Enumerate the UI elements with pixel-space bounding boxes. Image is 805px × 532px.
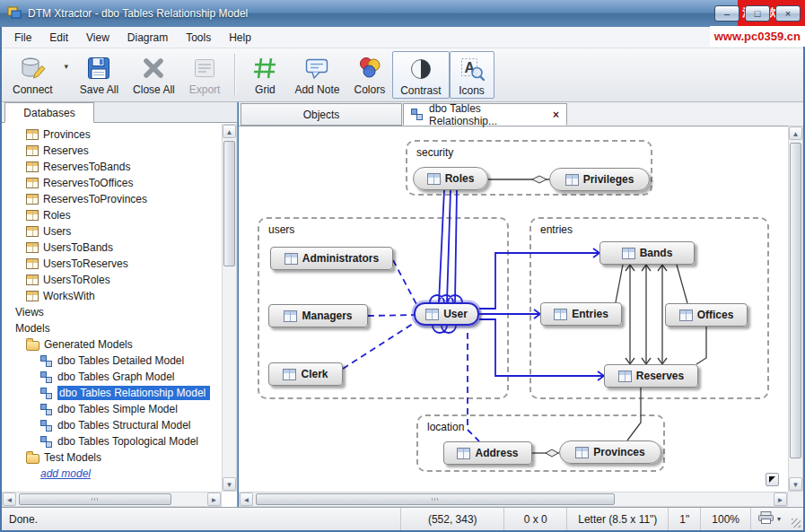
tree-item-reservestoprovinces[interactable]: ReservesToProvinces bbox=[2, 191, 222, 207]
menu-edit[interactable]: Edit bbox=[40, 29, 77, 47]
colors-label: Colors bbox=[354, 83, 385, 96]
tree-label-selected: dbo Tables Relationship Model bbox=[59, 387, 206, 399]
canvas-horizontal-scrollbar[interactable]: ◄ ► bbox=[239, 492, 788, 507]
entity-provinces[interactable]: Provinces bbox=[559, 440, 661, 464]
table-icon bbox=[26, 178, 39, 188]
tree-label: UsersToBands bbox=[43, 241, 113, 254]
tree-label: dbo Tables Structural Model bbox=[57, 419, 191, 432]
menu-view[interactable]: View bbox=[77, 29, 118, 47]
tree-item-provinces[interactable]: Provinces bbox=[2, 126, 222, 143]
entity-reserves[interactable]: Reserves bbox=[604, 364, 698, 388]
connect-dropdown[interactable]: ▾ bbox=[60, 51, 73, 82]
close-all-button[interactable]: Close All bbox=[126, 51, 182, 97]
tab-relationship-model[interactable]: dbo Tables Relationship... × bbox=[403, 103, 567, 126]
entity-offices[interactable]: Offices bbox=[665, 303, 748, 327]
save-all-button[interactable]: Save All bbox=[73, 51, 126, 97]
scrollbar-thumb[interactable] bbox=[19, 493, 171, 505]
icons-button[interactable]: A Icons bbox=[450, 51, 494, 99]
menu-tools[interactable]: Tools bbox=[177, 29, 220, 47]
tree-item-model-relationship[interactable]: dbo Tables Relationship Model bbox=[2, 385, 222, 401]
grid-label: Grid bbox=[255, 83, 276, 96]
tree-label: Roles bbox=[43, 209, 71, 222]
scroll-left-icon[interactable]: ◄ bbox=[3, 493, 16, 506]
tree-item-roles[interactable]: Roles bbox=[2, 207, 222, 223]
diagram-canvas[interactable]: security users entries location bbox=[239, 126, 788, 492]
tree-item-reserves[interactable]: Reserves bbox=[2, 143, 222, 159]
tree-vertical-scrollbar[interactable]: ▲ ▼ bbox=[222, 124, 237, 492]
tree-item-model-topological[interactable]: dbo Tables Topological Model bbox=[2, 433, 222, 449]
entity-managers[interactable]: Managers bbox=[268, 304, 368, 327]
scrollbar-thumb[interactable] bbox=[256, 493, 615, 505]
contrast-button[interactable]: Contrast bbox=[392, 51, 449, 99]
connect-button[interactable]: Connect bbox=[5, 51, 60, 97]
entity-administrators[interactable]: Administrators bbox=[270, 247, 393, 270]
export-label: Export bbox=[189, 83, 221, 96]
content-area: Objects dbo Tables Relationship... × sec… bbox=[239, 102, 803, 507]
entity-user[interactable]: User bbox=[414, 302, 479, 326]
tree-horizontal-scrollbar[interactable]: ◄ ► bbox=[2, 492, 222, 507]
tree-item-model-structural[interactable]: dbo Tables Structural Model bbox=[2, 417, 222, 433]
add-note-button[interactable]: Add Note bbox=[287, 51, 346, 97]
entity-bands[interactable]: Bands bbox=[599, 241, 695, 265]
entity-address[interactable]: Address bbox=[443, 441, 532, 465]
tab-close-icon[interactable]: × bbox=[553, 109, 559, 121]
tab-objects[interactable]: Objects bbox=[241, 103, 402, 126]
table-icon bbox=[26, 291, 39, 301]
model-icon bbox=[40, 388, 53, 399]
entity-label: Managers bbox=[302, 310, 352, 322]
scrollbar-thumb[interactable] bbox=[790, 143, 801, 458]
tree-item-users[interactable]: Users bbox=[2, 223, 222, 240]
minimize-button[interactable]: – bbox=[714, 5, 739, 22]
table-icon bbox=[554, 309, 567, 320]
tree-item-generated-models[interactable]: Generated Models bbox=[2, 336, 222, 353]
resize-grip[interactable] bbox=[788, 508, 803, 530]
table-icon bbox=[679, 310, 693, 321]
add-model-link[interactable]: add model bbox=[40, 467, 91, 480]
close-button[interactable]: × bbox=[775, 5, 801, 22]
tree-item-reservestooffices[interactable]: ReservesToOffices bbox=[2, 175, 222, 191]
scroll-up-icon[interactable]: ▲ bbox=[223, 125, 236, 138]
entity-label: Clerk bbox=[301, 368, 328, 380]
tree-label: dbo Tables Graph Model bbox=[57, 371, 175, 383]
tree-item-models[interactable]: Models bbox=[2, 320, 222, 336]
grid-button[interactable]: Grid bbox=[242, 51, 287, 97]
entity-label: Entries bbox=[572, 308, 608, 320]
scroll-left-icon[interactable]: ◄ bbox=[240, 493, 253, 506]
tree-item-model-graph[interactable]: dbo Tables Graph Model bbox=[2, 369, 222, 385]
menu-file[interactable]: File bbox=[5, 29, 40, 47]
scrollbar-thumb[interactable] bbox=[223, 141, 235, 266]
tree-item-test-models[interactable]: Test Models bbox=[2, 449, 222, 466]
tree-item-reservestobands[interactable]: ReservesToBands bbox=[2, 159, 222, 175]
maximize-button[interactable]: □ bbox=[745, 5, 770, 22]
scroll-right-icon[interactable]: ► bbox=[207, 493, 221, 506]
tree-item-workswith[interactable]: WorksWith bbox=[2, 288, 222, 304]
scroll-down-icon[interactable]: ▼ bbox=[223, 477, 236, 491]
tree-item-userstoreserves[interactable]: UsersToReserves bbox=[2, 256, 222, 272]
entity-clerk[interactable]: Clerk bbox=[268, 362, 343, 386]
canvas-vertical-scrollbar[interactable]: ▲ ▼ bbox=[788, 126, 803, 492]
scroll-up-icon[interactable]: ▲ bbox=[789, 126, 802, 140]
model-icon bbox=[40, 404, 53, 415]
tree-item-model-simple[interactable]: dbo Tables Simple Model bbox=[2, 401, 222, 417]
tree-item-views[interactable]: Views bbox=[2, 304, 222, 320]
scroll-right-icon[interactable]: ► bbox=[774, 493, 787, 506]
menu-help[interactable]: Help bbox=[220, 29, 260, 47]
tree-item-userstoroles[interactable]: UsersToRoles bbox=[2, 272, 222, 288]
tab-databases[interactable]: Databases bbox=[4, 102, 94, 123]
printer-button[interactable]: ▾ bbox=[750, 508, 788, 530]
entity-entries[interactable]: Entries bbox=[540, 302, 622, 326]
table-icon bbox=[26, 275, 39, 285]
entity-privileges[interactable]: Privileges bbox=[549, 168, 650, 191]
tree-item-add-model[interactable]: add model bbox=[2, 466, 222, 482]
overview-button[interactable] bbox=[766, 473, 779, 486]
close-all-label: Close All bbox=[133, 83, 175, 96]
menu-diagram[interactable]: Diagram bbox=[118, 29, 177, 47]
scroll-down-icon[interactable]: ▼ bbox=[789, 477, 802, 491]
colors-button[interactable]: Colors bbox=[346, 51, 392, 97]
tree-item-model-detailed[interactable]: dbo Tables Detailed Model bbox=[2, 353, 222, 369]
export-button[interactable]: Export bbox=[182, 51, 228, 97]
entity-roles[interactable]: Roles bbox=[413, 167, 488, 190]
connect-icon bbox=[19, 54, 46, 82]
tree-item-userstobands[interactable]: UsersToBands bbox=[2, 240, 222, 256]
entity-label: Provinces bbox=[593, 446, 644, 458]
